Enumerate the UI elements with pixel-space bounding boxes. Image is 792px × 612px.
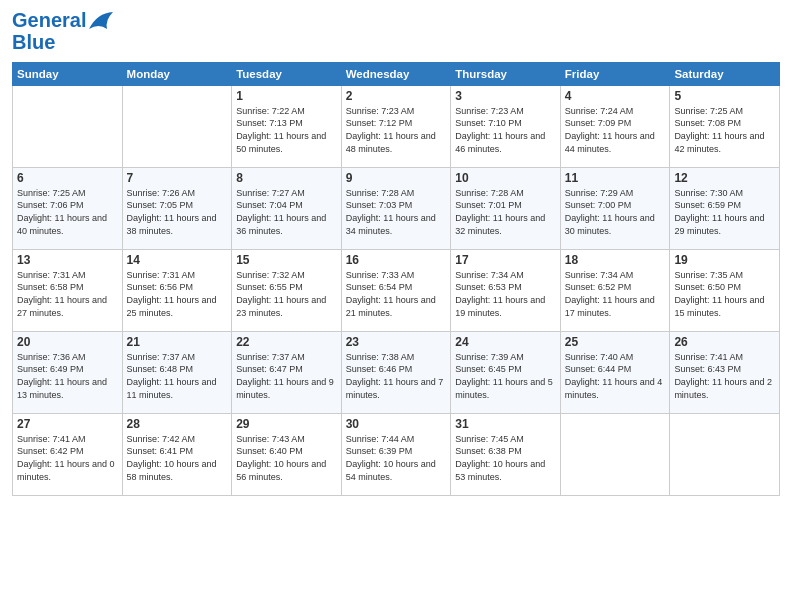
- week-row-5: 27Sunrise: 7:41 AM Sunset: 6:42 PM Dayli…: [13, 413, 780, 495]
- day-number: 22: [236, 335, 337, 349]
- day-info: Sunrise: 7:40 AM Sunset: 6:44 PM Dayligh…: [565, 351, 666, 401]
- day-number: 2: [346, 89, 447, 103]
- day-info: Sunrise: 7:34 AM Sunset: 6:53 PM Dayligh…: [455, 269, 556, 319]
- day-number: 20: [17, 335, 118, 349]
- col-header-tuesday: Tuesday: [232, 62, 342, 85]
- cell-week4-day0: 20Sunrise: 7:36 AM Sunset: 6:49 PM Dayli…: [13, 331, 123, 413]
- day-info: Sunrise: 7:28 AM Sunset: 7:01 PM Dayligh…: [455, 187, 556, 237]
- day-number: 30: [346, 417, 447, 431]
- day-info: Sunrise: 7:39 AM Sunset: 6:45 PM Dayligh…: [455, 351, 556, 401]
- cell-week1-day0: [13, 85, 123, 167]
- day-number: 12: [674, 171, 775, 185]
- day-number: 8: [236, 171, 337, 185]
- day-info: Sunrise: 7:41 AM Sunset: 6:43 PM Dayligh…: [674, 351, 775, 401]
- header: General Blue: [12, 10, 780, 54]
- day-number: 27: [17, 417, 118, 431]
- cell-week3-day4: 17Sunrise: 7:34 AM Sunset: 6:53 PM Dayli…: [451, 249, 561, 331]
- cell-week2-day6: 12Sunrise: 7:30 AM Sunset: 6:59 PM Dayli…: [670, 167, 780, 249]
- calendar-container: General Blue SundayMondayTuesdayWednesda…: [0, 0, 792, 612]
- day-number: 1: [236, 89, 337, 103]
- logo-block: General Blue: [12, 10, 116, 54]
- col-header-friday: Friday: [560, 62, 670, 85]
- cell-week4-day3: 23Sunrise: 7:38 AM Sunset: 6:46 PM Dayli…: [341, 331, 451, 413]
- cell-week4-day4: 24Sunrise: 7:39 AM Sunset: 6:45 PM Dayli…: [451, 331, 561, 413]
- cell-week2-day2: 8Sunrise: 7:27 AM Sunset: 7:04 PM Daylig…: [232, 167, 342, 249]
- day-info: Sunrise: 7:42 AM Sunset: 6:41 PM Dayligh…: [127, 433, 228, 483]
- day-info: Sunrise: 7:25 AM Sunset: 7:06 PM Dayligh…: [17, 187, 118, 237]
- cell-week5-day5: [560, 413, 670, 495]
- cell-week5-day6: [670, 413, 780, 495]
- week-row-1: 1Sunrise: 7:22 AM Sunset: 7:13 PM Daylig…: [13, 85, 780, 167]
- logo-blue-text: Blue: [12, 31, 116, 54]
- day-info: Sunrise: 7:31 AM Sunset: 6:58 PM Dayligh…: [17, 269, 118, 319]
- day-info: Sunrise: 7:29 AM Sunset: 7:00 PM Dayligh…: [565, 187, 666, 237]
- logo-wing-icon: [87, 11, 115, 33]
- day-number: 25: [565, 335, 666, 349]
- day-info: Sunrise: 7:23 AM Sunset: 7:10 PM Dayligh…: [455, 105, 556, 155]
- cell-week3-day1: 14Sunrise: 7:31 AM Sunset: 6:56 PM Dayli…: [122, 249, 232, 331]
- day-info: Sunrise: 7:37 AM Sunset: 6:47 PM Dayligh…: [236, 351, 337, 401]
- cell-week5-day3: 30Sunrise: 7:44 AM Sunset: 6:39 PM Dayli…: [341, 413, 451, 495]
- day-number: 16: [346, 253, 447, 267]
- cell-week3-day2: 15Sunrise: 7:32 AM Sunset: 6:55 PM Dayli…: [232, 249, 342, 331]
- day-info: Sunrise: 7:25 AM Sunset: 7:08 PM Dayligh…: [674, 105, 775, 155]
- week-row-4: 20Sunrise: 7:36 AM Sunset: 6:49 PM Dayli…: [13, 331, 780, 413]
- day-info: Sunrise: 7:28 AM Sunset: 7:03 PM Dayligh…: [346, 187, 447, 237]
- day-info: Sunrise: 7:24 AM Sunset: 7:09 PM Dayligh…: [565, 105, 666, 155]
- day-number: 6: [17, 171, 118, 185]
- cell-week5-day0: 27Sunrise: 7:41 AM Sunset: 6:42 PM Dayli…: [13, 413, 123, 495]
- cell-week2-day3: 9Sunrise: 7:28 AM Sunset: 7:03 PM Daylig…: [341, 167, 451, 249]
- day-info: Sunrise: 7:26 AM Sunset: 7:05 PM Dayligh…: [127, 187, 228, 237]
- cell-week3-day6: 19Sunrise: 7:35 AM Sunset: 6:50 PM Dayli…: [670, 249, 780, 331]
- day-info: Sunrise: 7:33 AM Sunset: 6:54 PM Dayligh…: [346, 269, 447, 319]
- day-number: 24: [455, 335, 556, 349]
- cell-week1-day2: 1Sunrise: 7:22 AM Sunset: 7:13 PM Daylig…: [232, 85, 342, 167]
- day-number: 18: [565, 253, 666, 267]
- cell-week1-day4: 3Sunrise: 7:23 AM Sunset: 7:10 PM Daylig…: [451, 85, 561, 167]
- cell-week2-day4: 10Sunrise: 7:28 AM Sunset: 7:01 PM Dayli…: [451, 167, 561, 249]
- cell-week3-day5: 18Sunrise: 7:34 AM Sunset: 6:52 PM Dayli…: [560, 249, 670, 331]
- day-info: Sunrise: 7:41 AM Sunset: 6:42 PM Dayligh…: [17, 433, 118, 483]
- day-number: 21: [127, 335, 228, 349]
- day-number: 29: [236, 417, 337, 431]
- cell-week5-day2: 29Sunrise: 7:43 AM Sunset: 6:40 PM Dayli…: [232, 413, 342, 495]
- col-header-monday: Monday: [122, 62, 232, 85]
- day-number: 17: [455, 253, 556, 267]
- day-info: Sunrise: 7:32 AM Sunset: 6:55 PM Dayligh…: [236, 269, 337, 319]
- day-number: 4: [565, 89, 666, 103]
- col-header-saturday: Saturday: [670, 62, 780, 85]
- cell-week5-day4: 31Sunrise: 7:45 AM Sunset: 6:38 PM Dayli…: [451, 413, 561, 495]
- day-info: Sunrise: 7:22 AM Sunset: 7:13 PM Dayligh…: [236, 105, 337, 155]
- cell-week2-day5: 11Sunrise: 7:29 AM Sunset: 7:00 PM Dayli…: [560, 167, 670, 249]
- cell-week4-day5: 25Sunrise: 7:40 AM Sunset: 6:44 PM Dayli…: [560, 331, 670, 413]
- day-number: 19: [674, 253, 775, 267]
- day-info: Sunrise: 7:36 AM Sunset: 6:49 PM Dayligh…: [17, 351, 118, 401]
- day-info: Sunrise: 7:23 AM Sunset: 7:12 PM Dayligh…: [346, 105, 447, 155]
- cell-week1-day3: 2Sunrise: 7:23 AM Sunset: 7:12 PM Daylig…: [341, 85, 451, 167]
- cell-week2-day0: 6Sunrise: 7:25 AM Sunset: 7:06 PM Daylig…: [13, 167, 123, 249]
- cell-week2-day1: 7Sunrise: 7:26 AM Sunset: 7:05 PM Daylig…: [122, 167, 232, 249]
- day-info: Sunrise: 7:45 AM Sunset: 6:38 PM Dayligh…: [455, 433, 556, 483]
- day-info: Sunrise: 7:30 AM Sunset: 6:59 PM Dayligh…: [674, 187, 775, 237]
- day-info: Sunrise: 7:43 AM Sunset: 6:40 PM Dayligh…: [236, 433, 337, 483]
- day-info: Sunrise: 7:37 AM Sunset: 6:48 PM Dayligh…: [127, 351, 228, 401]
- day-number: 23: [346, 335, 447, 349]
- cell-week1-day5: 4Sunrise: 7:24 AM Sunset: 7:09 PM Daylig…: [560, 85, 670, 167]
- week-row-3: 13Sunrise: 7:31 AM Sunset: 6:58 PM Dayli…: [13, 249, 780, 331]
- cell-week3-day3: 16Sunrise: 7:33 AM Sunset: 6:54 PM Dayli…: [341, 249, 451, 331]
- logo-general-text: General: [12, 9, 86, 31]
- day-info: Sunrise: 7:44 AM Sunset: 6:39 PM Dayligh…: [346, 433, 447, 483]
- day-info: Sunrise: 7:35 AM Sunset: 6:50 PM Dayligh…: [674, 269, 775, 319]
- day-number: 11: [565, 171, 666, 185]
- day-info: Sunrise: 7:34 AM Sunset: 6:52 PM Dayligh…: [565, 269, 666, 319]
- cell-week4-day2: 22Sunrise: 7:37 AM Sunset: 6:47 PM Dayli…: [232, 331, 342, 413]
- day-info: Sunrise: 7:31 AM Sunset: 6:56 PM Dayligh…: [127, 269, 228, 319]
- day-number: 3: [455, 89, 556, 103]
- day-info: Sunrise: 7:27 AM Sunset: 7:04 PM Dayligh…: [236, 187, 337, 237]
- day-number: 31: [455, 417, 556, 431]
- day-number: 13: [17, 253, 118, 267]
- cell-week5-day1: 28Sunrise: 7:42 AM Sunset: 6:41 PM Dayli…: [122, 413, 232, 495]
- week-row-2: 6Sunrise: 7:25 AM Sunset: 7:06 PM Daylig…: [13, 167, 780, 249]
- calendar-table: SundayMondayTuesdayWednesdayThursdayFrid…: [12, 62, 780, 496]
- col-header-thursday: Thursday: [451, 62, 561, 85]
